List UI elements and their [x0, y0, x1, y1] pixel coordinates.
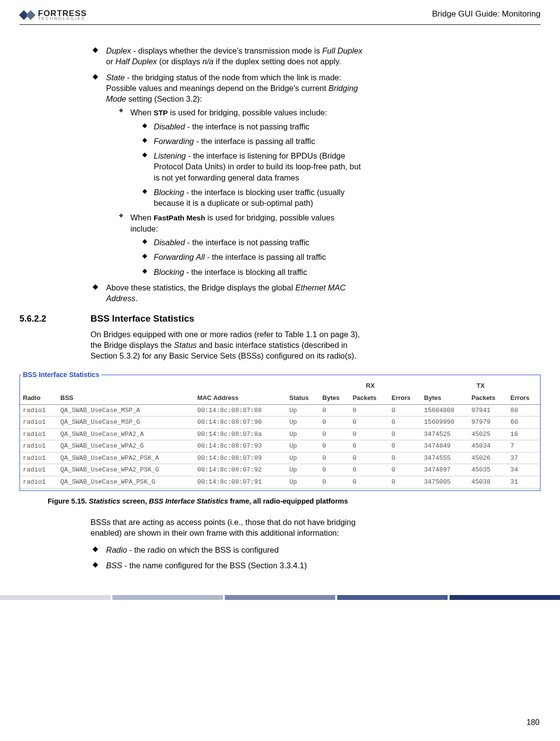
stp-listening: Listening - the interface is listening f… — [140, 150, 363, 183]
bss-statistics-table: RX TX RadioBSSMAC AddressStatusBytesPack… — [20, 380, 540, 488]
table-row: radio1QA_SWAB_UseCase_MSP_G00:14:8c:08:0… — [20, 416, 540, 429]
table-cell: radio1 — [20, 440, 57, 452]
table-cell: 00:14:8c:08:07:92 — [194, 464, 286, 476]
logo-icon — [19, 7, 36, 23]
radio-t: - the radio on which the BSS is configur… — [127, 545, 279, 554]
table-row: radio1QA_SWAB_UseCase_MSP_A00:14:8c:08:0… — [20, 404, 540, 416]
table-cell: 3474897 — [421, 464, 469, 476]
radio-l: Radio — [106, 545, 127, 554]
table-cell: 0 — [389, 452, 421, 464]
bullet-when-stp: When STP is used for bridging, possible … — [117, 107, 363, 208]
table-cell: 0 — [350, 416, 389, 429]
stp-disabled-l: Disabled — [154, 122, 185, 131]
table-cell: 0 — [389, 476, 421, 488]
page-header: FORTRESS TECHNOLOGIES Bridge GUI Guide: … — [19, 6, 541, 25]
table-cell: 3474525 — [421, 428, 469, 440]
table-cell: 3474849 — [421, 440, 469, 452]
fpm-label: FastPath Mesh — [154, 214, 205, 222]
bss-legend: BSS Interface Statistics — [21, 370, 101, 380]
or-text: or — [106, 57, 115, 66]
stp-forwarding-l: Forwarding — [154, 137, 194, 145]
table-cell: radio1 — [20, 464, 57, 476]
table-cell: QA_SWAB_UseCase_WPA2_G — [57, 440, 194, 452]
table-cell: 00:14:8c:08:07:90 — [194, 416, 286, 429]
stp-forwarding: Forwarding - the interface is passing al… — [140, 136, 363, 146]
col-header: Bytes — [421, 392, 469, 404]
fpm-disabled: Disabled - the interface is not passing … — [140, 237, 363, 248]
table-cell: 0 — [350, 452, 389, 464]
state-text-b: setting (Section 3.2): — [126, 94, 202, 103]
fig-ital1: Statistics — [89, 497, 120, 505]
stp-blocking: Blocking - the interface is blocking use… — [140, 187, 363, 209]
table-cell: 37 — [507, 452, 540, 464]
bullet-when-fpm: When FastPath Mesh is used for bridging,… — [117, 212, 363, 277]
table-cell: 00:14:8c:08:07:8a — [194, 428, 286, 440]
intro-status: Status — [174, 341, 197, 349]
table-cell: 0 — [320, 452, 350, 464]
col-header: Errors — [389, 392, 421, 404]
section-intro-para: On Bridges equipped with one or more rad… — [90, 329, 363, 361]
table-cell: 0 — [389, 440, 421, 452]
fig-mid2: frame, all radio-equipped platforms — [228, 497, 348, 505]
table-cell: 15609990 — [421, 416, 469, 429]
table-cell: radio1 — [20, 404, 57, 416]
table-cell: Up — [287, 452, 320, 464]
fpm-blocking-t: - the interface is blocking all traffic — [184, 268, 307, 276]
duplex-label: Duplex — [106, 46, 131, 55]
table-cell: Up — [287, 440, 320, 452]
fpm-blocking: Blocking - the interface is blocking all… — [140, 267, 363, 277]
table-cell: 0 — [389, 416, 421, 429]
stp-forwarding-t: - the interface is passing all traffic — [194, 137, 315, 145]
col-header: BSS — [57, 392, 194, 404]
above-a: Above these statistics, the Bridge displ… — [106, 283, 295, 292]
group-header-rx: RX — [320, 380, 421, 392]
table-cell: 45026 — [469, 452, 507, 464]
col-header: Radio — [20, 392, 57, 404]
col-header: Packets — [469, 392, 507, 404]
table-cell: 34 — [507, 464, 540, 476]
table-cell: Up — [287, 416, 320, 429]
when-fpm-a: When — [130, 213, 154, 222]
full-duplex: Full Duplex — [322, 46, 362, 55]
when-stp-b: is used for bridging, possible values in… — [168, 108, 327, 117]
table-row: radio1QA_SWAB_UseCase_WPA2_PSK_A00:14:8c… — [20, 452, 540, 464]
table-cell: 3474555 — [421, 452, 469, 464]
stp-blocking-l: Blocking — [154, 188, 184, 197]
bss-t: - the name configured for the BSS (Secti… — [122, 561, 307, 570]
top-bullet-list: Duplex - displays whether the device's t… — [90, 45, 363, 304]
fpm-forwarding-l: Forwarding All — [154, 253, 205, 261]
table-cell: 45038 — [469, 476, 507, 488]
table-cell: QA_SWAB_UseCase_WPA2_PSK_A — [57, 452, 194, 464]
col-header: Packets — [350, 392, 389, 404]
after-fig-para: BSSs that are acting as access points (i… — [90, 517, 363, 539]
bss-statistics-fieldset: BSS Interface Statistics RX TX RadioBSSM… — [19, 370, 541, 491]
table-cell: 0 — [389, 464, 421, 476]
table-cell: QA_SWAB_UseCase_WPA_PSK_G — [57, 476, 194, 488]
table-cell: 0 — [320, 476, 350, 488]
table-cell: 00:14:8c:08:07:89 — [194, 452, 286, 464]
table-row: radio1QA_SWAB_UseCase_WPA2_PSK_G00:14:8c… — [20, 464, 540, 476]
table-cell: radio1 — [20, 416, 57, 429]
table-row: radio1QA_SWAB_UseCase_WPA2_G00:14:8c:08:… — [20, 440, 540, 452]
after-fig-list: Radio - the radio on which the BSS is co… — [90, 544, 363, 571]
state-label: State — [106, 73, 125, 82]
logo: FORTRESS TECHNOLOGIES — [19, 7, 87, 23]
stp-listening-l: Listening — [154, 151, 186, 160]
table-cell: 16 — [507, 428, 540, 440]
table-cell: radio1 — [20, 452, 57, 464]
fpm-disabled-l: Disabled — [154, 238, 185, 247]
bullet-above-stats: Above these statistics, the Bridge displ… — [90, 282, 363, 304]
fpm-forwarding: Forwarding All - the interface is passin… — [140, 252, 363, 262]
table-cell: 0 — [350, 476, 389, 488]
when-stp-a: When — [130, 108, 154, 117]
table-cell: 3475005 — [421, 476, 469, 488]
bss-l: BSS — [106, 561, 122, 570]
bullet-radio: Radio - the radio on which the BSS is co… — [90, 544, 363, 555]
figure-caption: Figure 5.15. Statistics screen, BSS Inte… — [48, 497, 363, 506]
logo-sub-text: TECHNOLOGIES — [38, 17, 87, 21]
table-cell: 0 — [350, 428, 389, 440]
table-cell: 0 — [350, 440, 389, 452]
table-cell: radio1 — [20, 476, 57, 488]
table-cell: 15604808 — [421, 404, 469, 416]
fig-label: Figure 5.15. — [48, 497, 89, 505]
